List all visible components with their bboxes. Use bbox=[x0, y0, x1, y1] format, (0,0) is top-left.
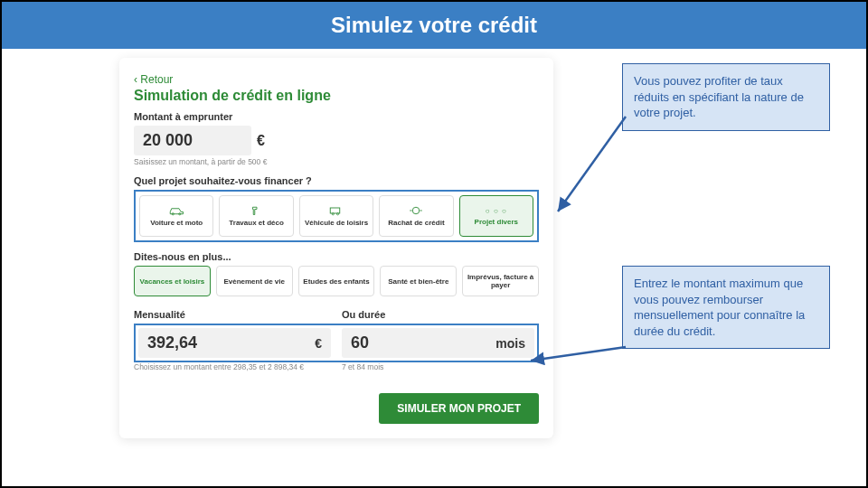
amount-label: Montant à emprunter bbox=[134, 111, 539, 122]
svg-rect-2 bbox=[330, 208, 340, 213]
subcat-unexpected[interactable]: Imprévus, facture à payer bbox=[462, 266, 539, 296]
project-label: Projet divers bbox=[475, 218, 518, 226]
project-tile-works[interactable]: Travaux et déco bbox=[219, 195, 293, 237]
svg-line-6 bbox=[558, 117, 626, 211]
subcategory-row: Vacances et loisirs Evènement de vie Etu… bbox=[134, 266, 539, 296]
subcat-label: Vacances et loisirs bbox=[140, 277, 205, 286]
monthly-input-col: 392,64 € bbox=[138, 328, 331, 358]
duration-input[interactable]: 60 mois bbox=[342, 328, 534, 358]
subcat-label: Imprévus, facture à payer bbox=[467, 273, 534, 289]
project-question: Quel projet souhaitez-vous financer ? bbox=[134, 175, 539, 186]
monthly-duration-row: Mensualité Ou durée bbox=[134, 309, 539, 324]
amount-hint: Saisissez un montant, à partir de 500 € bbox=[134, 157, 539, 166]
project-tile-leisure-vehicle[interactable]: Véhicule de loisirs bbox=[299, 195, 373, 237]
project-label: Voiture et moto bbox=[150, 219, 203, 227]
callout-text: Vous pouvez profiter de taux réduits en … bbox=[634, 74, 804, 119]
monthly-duration-highlight: 392,64 € 60 mois bbox=[134, 324, 539, 362]
project-tile-refinance[interactable]: Rachat de crédit bbox=[379, 195, 453, 237]
content-area: ‹ Retour Simulation de crédit en ligne M… bbox=[2, 49, 866, 486]
project-label: Véhicule de loisirs bbox=[305, 219, 368, 227]
duration-label: Ou durée bbox=[342, 309, 539, 320]
camper-icon bbox=[328, 205, 344, 216]
inputs-row: 392,64 € 60 mois bbox=[138, 328, 534, 358]
callout-monthly: Entrez le montant maximum que vous pouve… bbox=[622, 266, 830, 349]
hammer-icon bbox=[249, 205, 265, 216]
monthly-hint: Choisissez un montant entre 298,35 et 2 … bbox=[134, 362, 331, 371]
svg-point-5 bbox=[413, 207, 420, 214]
monthly-input[interactable]: 392,64 € bbox=[138, 328, 331, 358]
subcat-vacations[interactable]: Vacances et loisirs bbox=[134, 266, 211, 296]
duration-input-col: 60 mois bbox=[342, 328, 534, 358]
svg-line-7 bbox=[531, 347, 626, 361]
monthly-col: Mensualité bbox=[134, 309, 331, 324]
subcat-health[interactable]: Santé et bien-être bbox=[380, 266, 457, 296]
project-label: Travaux et déco bbox=[229, 219, 283, 227]
subcat-studies[interactable]: Etudes des enfants bbox=[298, 266, 375, 296]
svg-point-3 bbox=[332, 213, 334, 215]
duration-hint: 7 et 84 mois bbox=[342, 362, 539, 371]
hints-row: Choisissez un montant entre 298,35 et 2 … bbox=[134, 362, 539, 380]
arrow-icon bbox=[522, 320, 630, 374]
monthly-label: Mensualité bbox=[134, 309, 331, 320]
car-icon bbox=[168, 205, 184, 216]
monthly-unit: € bbox=[315, 336, 322, 351]
subcat-label: Santé et bien-être bbox=[388, 277, 448, 286]
amount-input[interactable]: 20 000 bbox=[134, 126, 251, 155]
project-label: Rachat de crédit bbox=[388, 219, 444, 227]
amount-row: 20 000 € bbox=[134, 126, 539, 155]
refinance-icon bbox=[408, 205, 424, 216]
monthly-value: 392,64 bbox=[147, 333, 197, 352]
subhead: Dites-nous en plus... bbox=[134, 251, 539, 262]
callout-project: Vous pouvez profiter de taux réduits en … bbox=[622, 63, 830, 131]
amount-unit: € bbox=[257, 133, 265, 149]
simulator-card: ‹ Retour Simulation de crédit en ligne M… bbox=[119, 58, 553, 438]
subcat-label: Etudes des enfants bbox=[303, 277, 369, 286]
banner-title: Simulez votre crédit bbox=[331, 13, 537, 37]
card-title: Simulation de crédit en ligne bbox=[134, 88, 539, 104]
dots-icon: ○ ○ ○ bbox=[486, 207, 507, 215]
page-frame: Simulez votre crédit ‹ Retour Simulation… bbox=[0, 0, 868, 488]
page-banner: Simulez votre crédit bbox=[2, 2, 866, 49]
duration-col: Ou durée bbox=[342, 309, 539, 324]
duration-value: 60 bbox=[351, 333, 369, 352]
subcat-life-event[interactable]: Evènement de vie bbox=[216, 266, 293, 296]
project-tile-misc[interactable]: ○ ○ ○ Projet divers bbox=[459, 195, 533, 237]
callout-text: Entrez le montant maximum que vous pouve… bbox=[634, 277, 805, 338]
arrow-icon bbox=[549, 112, 630, 221]
project-tile-car[interactable]: Voiture et moto bbox=[139, 195, 213, 237]
project-tiles-highlight: Voiture et moto Travaux et déco Véhicule… bbox=[134, 190, 539, 242]
simulate-button[interactable]: SIMULER MON PROJET bbox=[379, 393, 539, 424]
subcat-label: Evènement de vie bbox=[223, 277, 285, 286]
back-link[interactable]: ‹ Retour bbox=[134, 73, 173, 86]
svg-point-4 bbox=[336, 213, 338, 215]
